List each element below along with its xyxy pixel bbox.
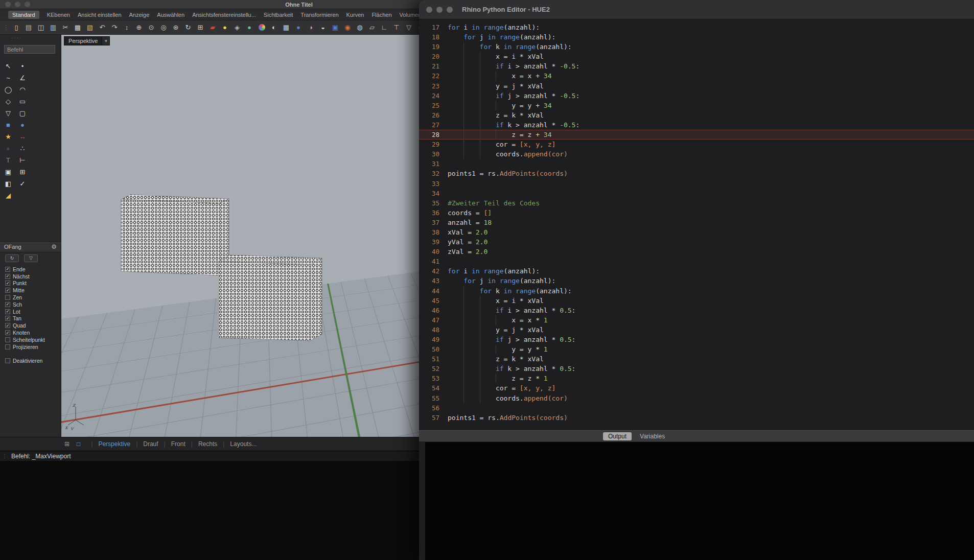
viewport-tab-perspektive[interactable]: Perspektive	[98, 440, 130, 448]
artistic-view-icon[interactable]: ◑	[305, 22, 316, 33]
checkbox-checked[interactable]: ✓	[5, 281, 10, 286]
planar-mode-icon[interactable]: ▱	[366, 22, 378, 33]
polygon-tool-icon[interactable]: ▽	[1, 107, 15, 119]
zoom-selected-icon[interactable]: ◎	[158, 22, 169, 33]
osnap-item-n-chst[interactable]: ✓Nächst	[0, 273, 61, 280]
explode-tool-icon[interactable]: ★	[1, 131, 15, 143]
checkbox-checked[interactable]: ✓	[5, 309, 10, 314]
rectangle-tool-icon[interactable]: ▭	[15, 96, 30, 107]
curve-tool-icon[interactable]: ~	[1, 72, 15, 84]
code-line[interactable]: 51z = k * xVal	[419, 354, 974, 364]
code-line[interactable]: 19for k in range(anzahl):	[419, 42, 974, 52]
rounded-rectangle-tool-icon[interactable]: ▢	[15, 107, 30, 119]
ellipse-tool-icon[interactable]: ◇	[1, 96, 15, 107]
code-line[interactable]: 44for k in range(anzahl):	[419, 286, 974, 296]
pen-view-icon[interactable]: ◒	[317, 22, 329, 33]
code-editor[interactable]: 17for i in range(anzahl):18for j in rang…	[419, 20, 974, 430]
osnap-toggle-icon[interactable]: ⊤	[391, 22, 402, 33]
code-line[interactable]: 26z = k * xVal	[419, 110, 974, 120]
paste-icon[interactable]: ▧	[84, 22, 96, 33]
gumball-icon[interactable]: ◉	[342, 22, 353, 33]
osnap-item-zen[interactable]: Zen	[0, 294, 61, 301]
code-line[interactable]: 24if j > anzahl * -0.5:	[419, 91, 974, 101]
checkbox-checked[interactable]: ✓	[5, 330, 10, 335]
dark-sphere-tool-icon[interactable]: ●	[1, 143, 15, 154]
code-line[interactable]: 20x = i * xVal	[419, 52, 974, 61]
viewport-grid-icon[interactable]: ⊞	[64, 440, 69, 448]
viewport-tab-front[interactable]: Front	[171, 440, 185, 448]
checkbox-unchecked[interactable]	[5, 295, 10, 300]
close-button[interactable]	[426, 7, 432, 13]
osnap-item-deaktivieren[interactable]: Deaktivieren	[0, 358, 61, 365]
osnap-cycle-icon[interactable]: ↻	[5, 254, 19, 262]
lock-icon[interactable]: ◈	[231, 22, 243, 33]
code-line[interactable]: 27if k > anzahl * -0.5:	[419, 120, 974, 130]
color-wheel-icon[interactable]	[256, 22, 267, 33]
wireframe-view-icon[interactable]: ▦	[281, 22, 292, 33]
zoom-button[interactable]	[447, 7, 453, 13]
new-document-icon[interactable]: ▯	[11, 22, 22, 33]
menu-tab-kurven[interactable]: Kurven	[346, 12, 364, 18]
viewport-tab-rechts[interactable]: Rechts	[198, 440, 217, 448]
vehicle-icon[interactable]: ▰	[207, 22, 218, 33]
shaded-view-icon[interactable]: ●	[244, 22, 255, 33]
code-line[interactable]: 34	[419, 189, 974, 198]
osnap-item-projizieren[interactable]: Projizieren	[0, 343, 61, 351]
osnap-item-tan[interactable]: ✓Tan	[0, 315, 61, 322]
lightbulb-icon[interactable]: ●	[219, 22, 230, 33]
text-tool-icon[interactable]: T	[1, 154, 15, 166]
dimension-tool-icon[interactable]: ⊢	[15, 154, 30, 166]
box-tool-icon[interactable]: ■	[1, 119, 15, 131]
raytrace-view-icon[interactable]: ●	[293, 22, 304, 33]
menu-tab-sichtbarkeit[interactable]: Sichtbarkeit	[264, 12, 293, 18]
code-line[interactable]: 56	[419, 403, 974, 413]
viewport-tab-drauf[interactable]: Drauf	[143, 440, 158, 448]
code-line[interactable]: 41	[419, 256, 974, 266]
check-tool-icon[interactable]: ✓	[15, 178, 30, 190]
point-tool-icon[interactable]: •	[15, 60, 30, 72]
code-line[interactable]: 28z = z + 34	[419, 130, 974, 139]
code-line[interactable]: 50y = y * 1	[419, 344, 974, 354]
checkbox-checked[interactable]: ✓	[5, 288, 10, 293]
code-line[interactable]: 30coords.append(cor)	[419, 149, 974, 159]
code-line[interactable]: 36coords = []	[419, 208, 974, 218]
code-line[interactable]: 25y = y + 34	[419, 101, 974, 110]
sphere-tool-icon[interactable]: ●	[15, 119, 30, 131]
code-line[interactable]: 29cor = [x, y, z]	[419, 139, 974, 149]
viewport-maximize-icon[interactable]: □	[77, 440, 80, 448]
selection-filter-icon[interactable]: ▣	[330, 22, 341, 33]
osnap-item-sch[interactable]: ✓Sch	[0, 301, 61, 308]
code-line[interactable]: 23y = j * xVal	[419, 81, 974, 91]
viewport-title-dropdown[interactable]: Perspektive ▼	[64, 36, 110, 45]
osnap-item-punkt[interactable]: ✓Punkt	[0, 280, 61, 287]
code-line[interactable]: 31	[419, 159, 974, 169]
wedge-tool-icon[interactable]: ◢	[1, 190, 15, 201]
rotate-view-icon[interactable]: ↻	[182, 22, 194, 33]
menu-tab-anzeige[interactable]: Anzeige	[129, 12, 150, 18]
code-line[interactable]: 38xVal = 2.0	[419, 227, 974, 237]
osnap-item-scheitelpunkt[interactable]: Scheitelpunkt	[0, 336, 61, 343]
command-input[interactable]	[4, 45, 55, 54]
circle-tool-icon[interactable]: ◯	[1, 84, 15, 96]
point-cloud-tool-icon[interactable]: ∴	[15, 143, 30, 154]
tab-output[interactable]: Output	[603, 432, 632, 440]
code-line[interactable]: 32points1 = rs.AddPoints(coords)	[419, 169, 974, 178]
viewport-tab-layouts[interactable]: Layouts...	[230, 440, 257, 448]
checkbox-checked[interactable]: ✓	[5, 267, 10, 272]
array-tool-icon[interactable]: ⊞	[15, 166, 30, 178]
code-line[interactable]: 54cor = [x, y, z]	[419, 383, 974, 393]
viewport-layout-icon[interactable]: ⊞	[195, 22, 206, 33]
print-icon[interactable]: ▥	[48, 22, 59, 33]
code-line[interactable]: 21if i > anzahl * -0.5:	[419, 61, 974, 71]
zoom-in-icon[interactable]: ⊕	[133, 22, 145, 33]
chevron-down-icon[interactable]: ▼	[102, 36, 110, 45]
zoom-extents-icon[interactable]: ⊛	[170, 22, 181, 33]
code-line[interactable]: 42for i in range(anzahl):	[419, 266, 974, 276]
redo-icon[interactable]: ↷	[109, 22, 120, 33]
code-line[interactable]: 45x = i * xVal	[419, 296, 974, 306]
panel-drag-handle[interactable]: ····	[11, 35, 22, 41]
checkbox-checked[interactable]: ✓	[5, 302, 10, 307]
menu-tab-ansichtsfenstereinstellu[interactable]: Ansichtsfenstereinstellu...	[192, 12, 256, 18]
tab-variables[interactable]: Variables	[635, 432, 670, 440]
osnap-item-lot[interactable]: ✓Lot	[0, 308, 61, 315]
